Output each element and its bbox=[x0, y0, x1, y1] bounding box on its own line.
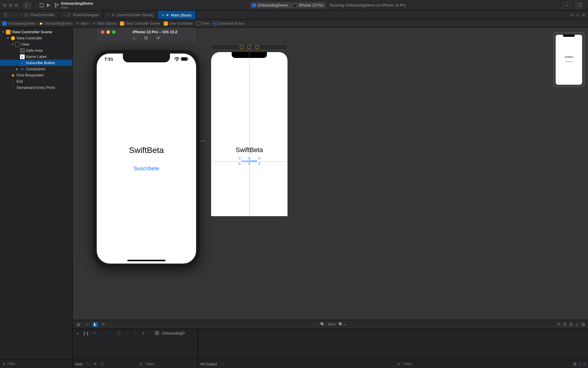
outline-subscribe-button[interactable]: B Subscribe Button bbox=[0, 60, 72, 66]
home-icon[interactable]: ⌂ bbox=[133, 35, 136, 41]
related-items-icon[interactable]: ☰ bbox=[4, 12, 7, 18]
disclosure-icon[interactable]: ▼ bbox=[11, 43, 14, 46]
zoom-level[interactable]: 68% bbox=[328, 322, 335, 327]
orientation-icon[interactable]: ⟳ bbox=[100, 322, 106, 327]
embed-icon[interactable]: ▤ bbox=[582, 322, 585, 327]
outline-firstresponder[interactable]: ▣ First Responder bbox=[0, 72, 72, 78]
simulator-device[interactable]: 7:51 SwiftBeta Suscríbete bbox=[93, 50, 200, 267]
canvas-minimap[interactable]: SwiftBeta Suscríbete bbox=[553, 32, 584, 87]
zoom-window-icon[interactable] bbox=[15, 4, 18, 7]
disclosure-icon[interactable]: ▶ bbox=[16, 67, 19, 71]
simulator-window[interactable]: iPhone 13 Pro – iOS 15.2 ⌂ ⧉ ⟳ bbox=[98, 28, 195, 42]
outline-entrypoint[interactable]: → Storyboard Entry Point bbox=[0, 84, 72, 91]
storyboard-entry-arrow[interactable]: → bbox=[199, 136, 206, 145]
jump-bar[interactable]: OnboardingDemo› 📁OnboardingDemo› ✕Main› … bbox=[0, 19, 588, 28]
step-over-icon[interactable]: ↷ bbox=[91, 330, 97, 336]
appearance-icon[interactable]: ◐ bbox=[92, 322, 98, 327]
dock-exit-icon[interactable] bbox=[255, 45, 259, 49]
tab-launchscreen[interactable]: × ✕ LaunchScreen (Base) bbox=[103, 11, 158, 19]
toggle-outline-icon[interactable]: ▥ bbox=[76, 322, 81, 327]
crumb-project[interactable]: OnboardingDemo bbox=[8, 21, 36, 26]
updown-icon[interactable]: ⌃⌄ bbox=[220, 362, 225, 366]
stop-button-icon[interactable] bbox=[40, 3, 44, 7]
zoom-out-icon[interactable]: －🔍 bbox=[316, 322, 325, 327]
simulate-location-icon[interactable]: ➤ bbox=[141, 330, 146, 336]
quicklook-icon[interactable]: 👁 bbox=[93, 362, 97, 366]
tab-viewcontroller[interactable]: × 🕊 ViewController bbox=[16, 11, 59, 19]
selection-handle[interactable] bbox=[239, 163, 240, 164]
outline-namelabel[interactable]: L Name Label bbox=[0, 54, 72, 60]
pause-icon[interactable]: ❚❚ bbox=[83, 330, 88, 336]
align-icon[interactable]: ⊟ bbox=[563, 322, 567, 327]
pin-icon[interactable]: ⊞ bbox=[569, 322, 573, 327]
selection-handle[interactable] bbox=[258, 163, 260, 164]
forward-icon[interactable]: › bbox=[12, 12, 14, 17]
scene-dock[interactable] bbox=[211, 44, 288, 50]
updown-icon[interactable]: ⌃⌄ bbox=[86, 362, 91, 366]
selection-handle[interactable] bbox=[239, 157, 240, 159]
run-button-icon[interactable] bbox=[47, 3, 50, 7]
traffic-lights[interactable] bbox=[3, 4, 18, 7]
zoom-in-icon[interactable]: 🔍＋ bbox=[338, 322, 347, 327]
console-output[interactable] bbox=[198, 329, 588, 360]
show-variables-icon[interactable]: ▯ bbox=[579, 362, 581, 366]
sim-zoom-icon[interactable] bbox=[112, 30, 116, 34]
toggle-inspector-icon[interactable] bbox=[575, 2, 583, 9]
close-window-icon[interactable] bbox=[3, 4, 6, 7]
editor-options-icon[interactable]: ≡ bbox=[577, 13, 579, 17]
auto-scope-label[interactable]: Auto bbox=[75, 362, 83, 366]
ib-name-label[interactable]: SwiftBeta bbox=[211, 146, 288, 154]
console-filter-input[interactable] bbox=[403, 362, 570, 366]
outline-view[interactable]: ▼ View bbox=[0, 41, 72, 47]
outline-filter-input[interactable] bbox=[7, 362, 70, 366]
minimize-window-icon[interactable] bbox=[9, 4, 12, 7]
rotate-icon[interactable]: ⟳ bbox=[156, 35, 160, 41]
step-out-icon[interactable]: ↑ bbox=[108, 330, 113, 336]
environment-overrides-icon[interactable]: ☼ bbox=[133, 330, 138, 336]
trash-icon[interactable]: 🗑 bbox=[573, 362, 577, 366]
selection-handle[interactable] bbox=[248, 163, 250, 164]
ib-subscribe-button-selected[interactable]: Suscríbete bbox=[240, 159, 259, 163]
sim-minimize-icon[interactable] bbox=[106, 30, 110, 34]
outline-safearea[interactable]: Safe Area bbox=[0, 47, 72, 54]
add-editor-icon[interactable]: ⊞ bbox=[582, 13, 585, 17]
crumb-vc[interactable]: View Controller bbox=[169, 21, 193, 26]
outline-viewcontroller[interactable]: ▼ View Controller bbox=[0, 35, 72, 41]
step-into-icon[interactable]: ↓ bbox=[100, 330, 105, 336]
subscribe-button[interactable]: Suscríbete bbox=[134, 166, 159, 172]
close-tab-icon[interactable]: × bbox=[162, 13, 164, 17]
update-frames-icon[interactable]: ⟲ bbox=[557, 322, 560, 327]
close-tab-icon[interactable]: × bbox=[63, 13, 66, 17]
selection-handle[interactable] bbox=[248, 157, 250, 159]
outline-scene[interactable]: ▼ View Controller Scene bbox=[0, 29, 72, 35]
toggle-navigator-icon[interactable] bbox=[24, 2, 31, 9]
variables-filter-input[interactable] bbox=[146, 362, 195, 366]
tab-main[interactable]: × ✕ Main (Base) bbox=[158, 11, 196, 19]
crumb-view[interactable]: View bbox=[202, 21, 209, 26]
back-icon[interactable]: ‹ bbox=[9, 12, 11, 17]
ib-scene[interactable]: SwiftBeta Suscríbete bbox=[211, 44, 288, 217]
close-tab-icon[interactable]: × bbox=[107, 13, 110, 17]
debug-view-hierarchy-icon[interactable]: ◫ bbox=[116, 330, 121, 336]
disclosure-icon[interactable]: ▼ bbox=[2, 30, 5, 34]
crumb-scene[interactable]: View Controller Scene bbox=[125, 21, 160, 26]
tab-scenedelegate[interactable]: × 🕊 SceneDelegate bbox=[59, 11, 103, 19]
close-tab-icon[interactable]: × bbox=[20, 13, 23, 17]
debug-memory-icon[interactable]: ⟐ bbox=[124, 330, 130, 336]
adjust-editor-icon[interactable]: ⇄ bbox=[570, 13, 574, 17]
selection-handle[interactable] bbox=[258, 157, 260, 159]
scheme-selector[interactable]: OnboardingDemo › 📱 iPhone 13 Pro bbox=[250, 2, 325, 8]
dock-vc-icon[interactable] bbox=[240, 45, 243, 49]
storyboard-canvas[interactable]: iPhone 13 Pro – iOS 15.2 ⌂ ⧉ ⟳ 7:51 bbox=[73, 28, 588, 320]
output-scope-label[interactable]: All Output bbox=[200, 362, 217, 366]
variables-view[interactable] bbox=[73, 337, 198, 360]
outline-constraints[interactable]: ▶ ⊞ Constraints bbox=[0, 66, 72, 72]
sim-close-icon[interactable] bbox=[101, 30, 104, 34]
crumb-button[interactable]: Subscribe Button bbox=[218, 21, 245, 26]
toggle-breakpoints-icon[interactable]: ▸ bbox=[75, 330, 80, 336]
library-add-icon[interactable]: ＋ bbox=[563, 2, 570, 9]
outline-exit[interactable]: ⎋ Exit bbox=[0, 78, 72, 84]
crumb-file[interactable]: Main bbox=[81, 21, 88, 26]
screenshot-icon[interactable]: ⧉ bbox=[144, 35, 148, 41]
project-info[interactable]: OnboardingDemo main bbox=[61, 1, 93, 9]
